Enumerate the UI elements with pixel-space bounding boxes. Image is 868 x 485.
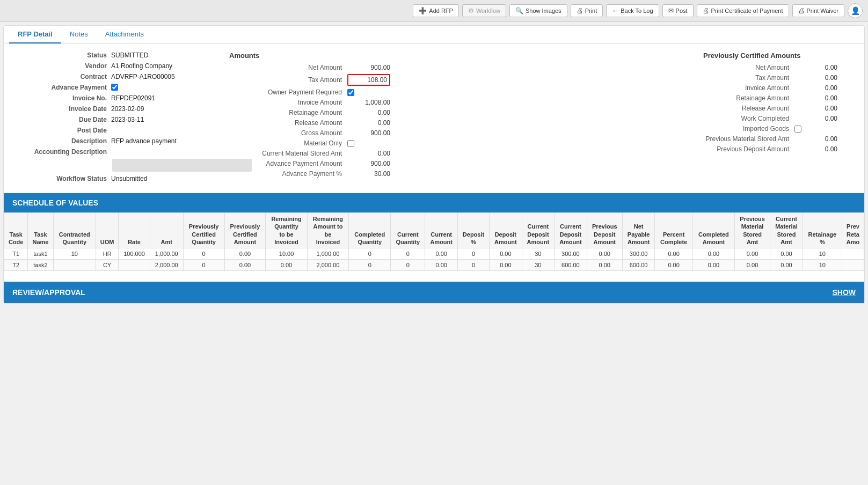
- release-amount-row: Release Amount 0.00: [229, 119, 692, 127]
- table-cell: 0: [457, 260, 489, 271]
- col-net-payable: NetPayableAmount: [622, 213, 655, 248]
- prev-tax-amount-value: 0.00: [794, 74, 837, 82]
- previously-certified-panel: Previously Certified Amounts Net Amount …: [703, 52, 854, 186]
- workflow-status-value: Unsubmitted: [111, 175, 147, 182]
- table-cell: 100.000: [119, 248, 150, 260]
- net-amount-row: Net Amount 900.00: [229, 64, 692, 71]
- accounting-desc-label: Accounting Description: [14, 148, 111, 156]
- table-cell: 0: [349, 260, 391, 271]
- table-cell: 1,000.00: [150, 248, 183, 260]
- table-row: T1task110HR100.0001,000.0000.0010.001,00…: [4, 248, 864, 260]
- tab-attachments[interactable]: Attachments: [97, 26, 152, 43]
- table-cell: 2,000.00: [307, 260, 348, 271]
- col-current-qty: CurrentQuantity: [391, 213, 425, 248]
- contract-row: Contract ADVRFP-A1RO00005: [14, 73, 218, 80]
- col-rem-qty: RemainingQuantityto beInvoiced: [266, 213, 307, 248]
- table-cell: 0: [349, 248, 391, 260]
- col-pct-complete: PercentComplete: [655, 213, 692, 248]
- due-date-row: Due Date 2023-03-11: [14, 116, 218, 123]
- print-button[interactable]: 🖨 Print: [571, 4, 603, 17]
- prev-retainage-amount-row: Retainage Amount 0.00: [703, 94, 854, 102]
- table-row: T2task2CY2,000.0000.000.002,000.00000.00…: [4, 260, 864, 271]
- advance-payment-amt-row: Advance Payment Amount 900.00: [229, 160, 692, 167]
- vendor-row: Vendor A1 Roofing Company: [14, 62, 218, 70]
- invoice-no-value: RFPDEP02091: [111, 94, 155, 102]
- advance-payment-label: Advance Payment: [14, 84, 111, 91]
- post-button[interactable]: ✉ Post: [662, 4, 694, 17]
- col-prev-cert-amt: PreviouslyCertifiedAmount: [224, 213, 266, 248]
- print-waiver-button[interactable]: 🖨 Print Waiver: [792, 4, 845, 17]
- back-to-log-button[interactable]: ← Back To Log: [606, 4, 659, 17]
- tab-notes[interactable]: Notes: [61, 26, 97, 43]
- owner-payment-label: Owner Payment Required: [229, 89, 347, 96]
- sov-table-wrapper: TaskCode TaskName ContractedQuantity UOM…: [4, 212, 864, 271]
- col-prev-mat-stored: PreviousMaterialStoredAmt: [734, 213, 770, 248]
- release-amount-value: 0.00: [347, 119, 390, 127]
- table-cell: 0.00: [734, 248, 770, 260]
- user-icon-button[interactable]: 👤: [848, 3, 863, 18]
- table-cell: 0.00: [425, 260, 458, 271]
- review-approval-bar: REVIEW/APPROVAL SHOW: [4, 282, 864, 303]
- col-rate: Rate: [119, 213, 150, 248]
- show-link[interactable]: SHOW: [832, 288, 856, 297]
- table-cell: 0: [183, 248, 224, 260]
- release-amount-label: Release Amount: [229, 119, 347, 127]
- prev-mat-stored-value: 0.00: [794, 135, 837, 143]
- image-icon: 🔍: [515, 7, 523, 14]
- status-label: Status: [14, 52, 111, 59]
- table-cell: 10.00: [266, 248, 307, 260]
- tax-amount-value: 108.00: [347, 74, 390, 86]
- add-rfp-button[interactable]: ➕ Add RFP: [413, 4, 459, 17]
- col-curr-deposit-amt2: CurrentDepositAmount: [555, 213, 587, 248]
- material-only-row: Material Only: [229, 139, 692, 147]
- invoice-date-label: Invoice Date: [14, 105, 111, 113]
- back-icon: ←: [612, 7, 618, 14]
- table-cell: 0.00: [425, 248, 458, 260]
- accounting-desc-row: Accounting Description: [14, 148, 218, 156]
- table-cell: HR: [96, 248, 119, 260]
- prev-work-completed-row: Work Completed 0.00: [703, 115, 854, 122]
- col-task-name: TaskName: [28, 213, 53, 248]
- print-certificate-button[interactable]: 🖨 Print Certificate of Payment: [697, 4, 789, 17]
- prev-mat-stored-row: Previous Material Stored Amt 0.00: [703, 135, 854, 143]
- prev-release-amount-value: 0.00: [794, 105, 837, 112]
- prev-work-completed-value: 0.00: [794, 115, 837, 122]
- material-only-label: Material Only: [229, 139, 347, 147]
- prev-net-amount-row: Net Amount 0.00: [703, 64, 854, 71]
- table-cell: 0.00: [655, 260, 692, 271]
- detail-section: Status SUBMITTED Vendor A1 Roofing Compa…: [4, 44, 864, 193]
- workflow-button[interactable]: ⚙ Workflow: [462, 4, 506, 17]
- table-cell: 10: [53, 248, 96, 260]
- imported-goods-checkbox[interactable]: [794, 126, 801, 133]
- material-only-checkbox[interactable]: [347, 140, 354, 147]
- prev-tax-amount-label: Tax Amount: [703, 74, 794, 82]
- prev-invoice-amount-row: Invoice Amount 0.00: [703, 84, 854, 92]
- table-cell: 0.00: [692, 260, 734, 271]
- prev-tax-amount-row: Tax Amount 0.00: [703, 74, 854, 82]
- advance-payment-pct-value: 30.00: [347, 170, 390, 178]
- table-cell: T1: [4, 248, 28, 260]
- print-icon: 🖨: [577, 7, 583, 14]
- plus-icon: ➕: [419, 7, 427, 14]
- post-date-row: Post Date: [14, 127, 218, 134]
- table-cell: 0: [457, 248, 489, 260]
- col-completed-qty: CompletedQuantity: [349, 213, 391, 248]
- col-uom: UOM: [96, 213, 119, 248]
- table-cell: 0.00: [655, 248, 692, 260]
- owner-payment-checkbox[interactable]: [347, 89, 354, 96]
- table-cell: 0.00: [587, 248, 622, 260]
- tax-amount-label: Tax Amount: [229, 76, 347, 84]
- table-cell: 0.00: [734, 260, 770, 271]
- advance-payment-checkbox[interactable]: [111, 84, 118, 91]
- invoice-amount-value: 1,008.00: [347, 99, 390, 106]
- table-cell: 10: [803, 248, 842, 260]
- col-rem-amt: RemainingAmount tobeInvoiced: [307, 213, 348, 248]
- amounts-title: Amounts: [229, 52, 692, 60]
- prev-imported-goods-row: Imported Goods: [703, 125, 854, 133]
- table-cell: 0.00: [224, 260, 266, 271]
- advance-payment-amt-value: 900.00: [347, 160, 390, 167]
- table-cell: CY: [96, 260, 119, 271]
- tab-rfp-detail[interactable]: RFP Detail: [9, 26, 61, 43]
- tabs-bar: RFP Detail Notes Attachments: [4, 26, 864, 44]
- show-images-button[interactable]: 🔍 Show Images: [509, 4, 567, 17]
